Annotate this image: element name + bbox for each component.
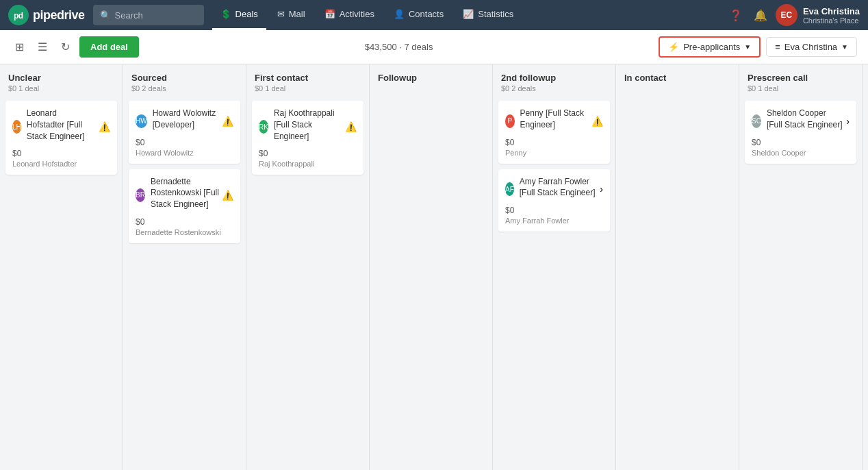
deal-avatar: SC [752, 114, 761, 128]
deal-amount: $0 [505, 138, 603, 147]
svg-text:pd: pd [14, 11, 23, 21]
deal-person: Howard Wolowitz [136, 149, 233, 157]
search-input[interactable] [115, 10, 197, 21]
deal-header-row: LH Leonard Hofstadter [Full Stack Engine… [12, 108, 110, 146]
deal-title: Howard Wolowitz [Developer] [153, 108, 219, 131]
help-icon[interactable]: ❓ [726, 6, 745, 25]
refresh-icon[interactable]: ↻ [57, 36, 74, 58]
deal-summary: $43,500 · 7 deals [144, 42, 653, 52]
deal-header-row: SC Sheldon Cooper [Full Stack Engineer] … [752, 108, 850, 135]
col-body-sourced: HW Howard Wolowitz [Developer] ⚠️ $0 How… [123, 97, 246, 470]
arrow-right-icon: › [846, 116, 850, 127]
deal-person: Bernadette Rostenkowski [136, 228, 233, 236]
deal-person: Penny [505, 149, 603, 157]
deal-amount: $0 [12, 149, 110, 158]
list-view-icon[interactable]: ☰ [34, 36, 51, 58]
kanban-board: Unclear $0 1 deal LH Leonard Hofstadter … [0, 64, 868, 470]
deal-amount: $0 [136, 138, 233, 147]
col-subtitle-first-contact: $0 1 deal [255, 84, 361, 92]
deal-card[interactable]: LH Leonard Hofstadter [Full Stack Engine… [5, 101, 117, 175]
deal-amount: $0 [505, 206, 603, 215]
warning-icon: ⚠️ [222, 116, 233, 127]
contacts-icon: 👤 [394, 9, 405, 19]
nav-contacts[interactable]: 👤 Contacts [385, 0, 452, 30]
deal-amount: $0 [259, 149, 357, 158]
deal-header-row: AF Amy Farrah Fowler [Full Stack Enginee… [505, 176, 603, 203]
warning-icon: ⚠️ [99, 121, 110, 132]
add-deal-button[interactable]: Add deal [79, 36, 139, 58]
activities-icon: 📅 [324, 9, 335, 19]
column-unclear: Unclear $0 1 deal LH Leonard Hofstadter … [0, 64, 123, 470]
deal-amount: $0 [752, 138, 850, 147]
deal-card[interactable]: P Penny [Full Stack Engineer] ⚠️ $0 Penn… [498, 101, 610, 164]
deal-card[interactable]: AF Amy Farrah Fowler [Full Stack Enginee… [498, 169, 610, 232]
user-name: Eva Christina [803, 6, 860, 16]
nav-mail[interactable]: ✉ Mail [269, 0, 314, 30]
col-body-unclear: LH Leonard Hofstadter [Full Stack Engine… [0, 97, 123, 470]
col-title-followup: Followup [378, 73, 484, 83]
deal-header-row: RK Raj Koothrappali [Full Stack Engineer… [259, 108, 357, 146]
deal-header-row: BR Bernadette Rostenkowski [Full Stack E… [136, 176, 233, 214]
search-icon: 🔍 [100, 10, 111, 21]
col-title-2nd-followup: 2nd followup [501, 73, 607, 83]
col-body-2nd-followup: P Penny [Full Stack Engineer] ⚠️ $0 Penn… [493, 97, 615, 470]
search-box[interactable]: 🔍 [93, 5, 204, 25]
column-followup: Followup [370, 64, 493, 470]
column-in-contact: In contact [616, 64, 739, 470]
deal-avatar: BR [136, 188, 145, 202]
nav-statistics[interactable]: 📈 Statistics [455, 0, 522, 30]
deal-title: Raj Koothrappali [Full Stack Engineer] [274, 108, 342, 142]
deal-title: Penny [Full Stack Engineer] [520, 108, 589, 131]
nav-deals[interactable]: 💲 Deals [212, 0, 266, 30]
deal-header-row: HW Howard Wolowitz [Developer] ⚠️ [136, 108, 233, 135]
deal-amount: $0 [136, 217, 233, 227]
user-filter-button[interactable]: ≡ Eva Christina ▼ [766, 37, 857, 57]
deal-avatar: HW [136, 114, 147, 128]
warning-icon: ⚠️ [591, 116, 603, 127]
top-navigation: pd pipedrive 🔍 💲 Deals ✉ Mail 📅 Activiti… [0, 0, 868, 30]
toolbar-right: ⚡ Pre-applicants ▼ ≡ Eva Christina ▼ [659, 36, 857, 58]
nav-activities[interactable]: 📅 Activities [316, 0, 383, 30]
deal-card[interactable]: HW Howard Wolowitz [Developer] ⚠️ $0 How… [129, 101, 240, 164]
deal-card[interactable]: SC Sheldon Cooper [Full Stack Engineer] … [745, 101, 856, 164]
deal-person: Raj Koothrappali [259, 160, 357, 168]
toolbar: ⊞ ☰ ↻ Add deal $43,500 · 7 deals ⚡ Pre-a… [0, 30, 868, 64]
nav-right: ❓ 🔔 EC Eva Christina Christina's Place [726, 4, 860, 26]
col-subtitle-sourced: $0 2 deals [131, 84, 238, 92]
filter-user-icon: ≡ [775, 42, 780, 52]
statistics-icon: 📈 [463, 9, 474, 19]
deal-title: Amy Farrah Fowler [Full Stack Engineer] [520, 176, 598, 199]
user-area[interactable]: EC Eva Christina Christina's Place [776, 4, 860, 26]
deals-icon: 💲 [220, 9, 231, 19]
deal-title: Leonard Hofstadter [Full Stack Engineer] [27, 108, 96, 142]
col-subtitle-prescreen-call: $0 1 deal [748, 84, 854, 92]
deal-card[interactable]: BR Bernadette Rostenkowski [Full Stack E… [129, 169, 240, 243]
col-subtitle-unclear: $0 1 deal [8, 84, 114, 92]
col-title-unclear: Unclear [8, 73, 114, 83]
deal-avatar: RK [259, 120, 268, 134]
arrow-right-icon: › [600, 184, 603, 195]
column-first-contact: First contact $0 1 deal RK Raj Koothrapp… [246, 64, 370, 470]
warning-icon: ⚠️ [222, 190, 233, 201]
deal-avatar: P [505, 114, 515, 128]
user-place: Christina's Place [803, 16, 860, 25]
col-body-followup [370, 88, 492, 470]
deal-title: Sheldon Cooper [Full Stack Engineer] [767, 108, 843, 131]
kanban-view-icon[interactable]: ⊞ [11, 36, 28, 58]
col-title-first-contact: First contact [255, 73, 361, 83]
notifications-icon[interactable]: 🔔 [751, 6, 770, 25]
deal-title: Bernadette Rostenkowski [Full Stack Engi… [151, 176, 219, 210]
col-title-sourced: Sourced [131, 73, 238, 83]
col-title-prescreen-call: Prescreen call [748, 73, 854, 83]
mail-icon: ✉ [277, 9, 285, 19]
deal-card[interactable]: RK Raj Koothrappali [Full Stack Engineer… [252, 101, 363, 175]
column-prescreen-call: Prescreen call $0 1 deal SC Sheldon Coop… [739, 64, 863, 470]
col-title-in-contact: In contact [624, 73, 730, 83]
deal-header-row: P Penny [Full Stack Engineer] ⚠️ [505, 108, 603, 135]
col-body-first-contact: RK Raj Koothrappali [Full Stack Engineer… [246, 97, 369, 470]
logo-text: pipedrive [33, 8, 85, 23]
deal-person: Leonard Hofstadter [12, 160, 110, 168]
logo: pd pipedrive [8, 5, 85, 25]
filter-button[interactable]: ⚡ Pre-applicants ▼ [659, 36, 761, 58]
deal-person: Sheldon Cooper [752, 149, 850, 157]
